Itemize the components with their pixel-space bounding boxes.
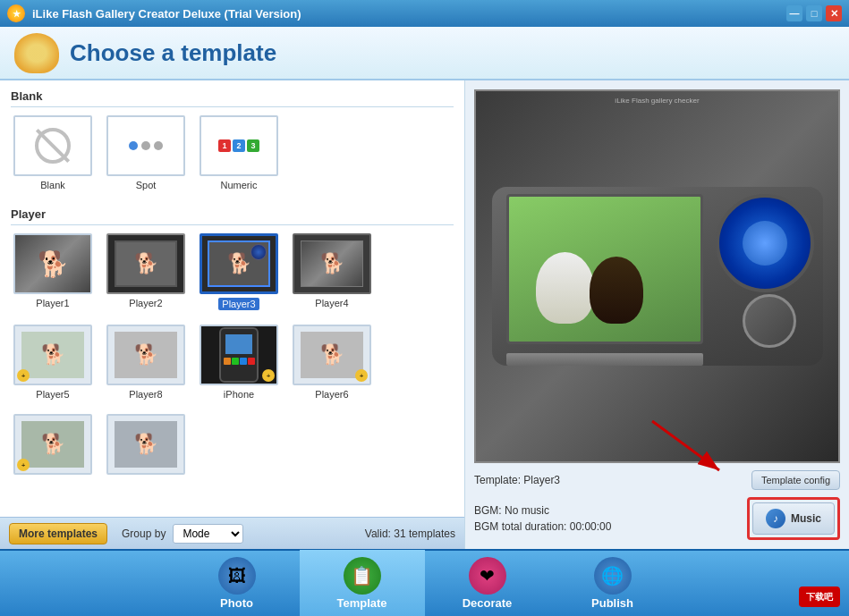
dog-sim-8: 🐕 (115, 332, 177, 378)
template-thumb-player5[interactable]: 🐕 + (13, 325, 92, 385)
template-item-player8[interactable]: 🐕 Player8 (104, 322, 188, 402)
player5-badge: + (17, 369, 30, 382)
player-thumb-img-5: 🐕 (21, 332, 84, 378)
bottom-nav: 🖼 Photo 📋 Template ❤ Decorate 🌐 Publish … (0, 549, 849, 616)
nav-label-publish: Publish (591, 596, 633, 610)
radar-mini (250, 244, 267, 260)
template-label-blank: Blank (40, 180, 65, 190)
dog-sim-ex1: 🐕 (21, 421, 84, 468)
nav-item-template[interactable]: 📋 Template (300, 550, 425, 616)
player-thumb-img-ex1: 🐕 (21, 421, 84, 468)
template-item-extra2[interactable]: 🐕 (104, 411, 188, 481)
music-btn-container: ♪ Music (747, 497, 840, 540)
player-template-grid: 🐕 Player1 🐕 Player (11, 231, 454, 481)
maximize-button[interactable]: □ (806, 5, 822, 21)
template-label-player5: Player5 (36, 389, 69, 400)
dog-sim-6: 🐕 (301, 332, 363, 378)
template-thumb-extra2[interactable]: 🐕 (106, 414, 185, 475)
close-button[interactable]: ✕ (826, 5, 842, 21)
camera-body-wrapper (492, 178, 823, 375)
music-button-highlight: ♪ Music (747, 497, 840, 540)
music-btn-label: Music (791, 512, 821, 525)
slider-bar (506, 353, 703, 366)
bgm-row: BGM: No music BGM total duration: 00:00:… (474, 497, 840, 540)
template-item-blank[interactable]: Blank (11, 113, 95, 193)
template-config-button[interactable]: Template config (751, 470, 840, 490)
spot-dot-2 (141, 141, 150, 150)
group-by-select[interactable]: Mode Style Color (173, 524, 243, 544)
template-item-player1[interactable]: 🐕 Player1 (11, 231, 95, 313)
template-item-player4[interactable]: 🐕 Player4 (290, 231, 374, 313)
nav-item-publish[interactable]: 🌐 Publish (550, 550, 675, 616)
radar-inner (743, 221, 787, 266)
template-thumb-extra1[interactable]: 🐕 + (13, 414, 92, 475)
template-label-player6: Player6 (315, 389, 348, 400)
spot-dot-3 (154, 141, 163, 150)
template-item-extra1[interactable]: 🐕 + (11, 411, 95, 481)
template-scroll-area[interactable]: Blank Blank (0, 80, 464, 517)
iphone-badge: + (262, 369, 275, 382)
template-thumb-player2[interactable]: 🐕 (106, 233, 185, 294)
nav-label-photo: Photo (220, 596, 253, 610)
template-thumb-iphone[interactable]: + (200, 325, 278, 385)
iphone-icons (224, 358, 255, 365)
template-item-spot[interactable]: Spot (104, 113, 188, 193)
num-badge-3: 3 (247, 139, 259, 152)
template-thumb-numeric[interactable]: 1 2 3 (200, 115, 278, 176)
template-label-spot: Spot (136, 180, 157, 190)
template-thumb-player3[interactable]: 🐕 (200, 233, 278, 294)
template-item-player6[interactable]: 🐕 + Player6 (290, 322, 374, 402)
right-panel: iLike Flash gallery checker (465, 80, 849, 549)
bgm-label: BGM: No music (474, 504, 611, 517)
publish-icon: 🌐 (594, 557, 632, 595)
watermark-text: 下载吧 (806, 592, 833, 602)
dog-sim-1: 🐕 (15, 235, 90, 292)
preview-text-top: iLike Flash gallery checker (476, 97, 838, 105)
app-header: Choose a template (0, 27, 849, 80)
music-button[interactable]: ♪ Music (752, 502, 835, 535)
player-thumb-img-4: 🐕 (301, 240, 363, 287)
nav-item-photo[interactable]: 🖼 Photo (174, 550, 300, 616)
template-thumb-player1[interactable]: 🐕 (13, 233, 92, 294)
bgm-duration-label: BGM total duration: 00:00:00 (474, 520, 611, 533)
template-name-row: Template: Player3 Template config (474, 470, 840, 490)
nav-label-template: Template (336, 596, 386, 610)
minimize-button[interactable]: — (786, 5, 802, 21)
template-item-player5[interactable]: 🐕 + Player5 (11, 322, 95, 402)
camera-knob (743, 294, 796, 348)
more-templates-button[interactable]: More templates (9, 523, 107, 544)
num-badge-2: 2 (233, 139, 245, 152)
template-thumb-player6[interactable]: 🐕 + (293, 325, 371, 385)
player-thumb-img-6: 🐕 (301, 332, 363, 378)
template-item-player3[interactable]: 🐕 Player3 (197, 231, 281, 313)
template-icon: 📋 (344, 557, 381, 595)
player-thumb-img-ex2: 🐕 (115, 421, 177, 468)
window-controls[interactable]: — □ ✕ (786, 5, 842, 21)
template-item-numeric[interactable]: 1 2 3 Numeric (197, 113, 281, 193)
page-title: Choose a template (70, 39, 276, 67)
template-thumb-blank[interactable] (13, 115, 92, 176)
blank-template-grid: Blank Spot (11, 113, 454, 193)
window-title: iLike Flash Gallery Creator Deluxe (Tria… (32, 7, 786, 21)
template-item-player2[interactable]: 🐕 Player2 (104, 231, 188, 313)
music-icon: ♪ (766, 509, 785, 528)
player-thumb-img-8: 🐕 (115, 332, 177, 378)
template-item-iphone[interactable]: + iPhone (197, 322, 281, 402)
main-content: Blank Blank (0, 80, 849, 549)
decorate-icon: ❤ (469, 557, 506, 595)
preview-area: iLike Flash gallery checker (474, 89, 840, 463)
photo-icon: 🖼 (218, 557, 256, 595)
template-label-player4: Player4 (315, 298, 348, 308)
player-thumb-img-3: 🐕 (208, 240, 270, 287)
app-icon: ★ (7, 4, 25, 22)
dog-sim-ex2: 🐕 (115, 421, 177, 468)
nav-item-decorate[interactable]: ❤ Decorate (425, 550, 550, 616)
template-label-numeric: Numeric (221, 180, 258, 190)
dog-sim-4: 🐕 (301, 241, 362, 286)
bgm-info: BGM: No music BGM total duration: 00:00:… (474, 504, 611, 533)
template-thumb-player8[interactable]: 🐕 (106, 325, 185, 385)
template-thumb-spot[interactable] (106, 115, 185, 176)
title-bar: ★ iLike Flash Gallery Creator Deluxe (Tr… (0, 0, 849, 27)
camera-screen (506, 194, 703, 344)
template-thumb-player4[interactable]: 🐕 (293, 233, 371, 294)
